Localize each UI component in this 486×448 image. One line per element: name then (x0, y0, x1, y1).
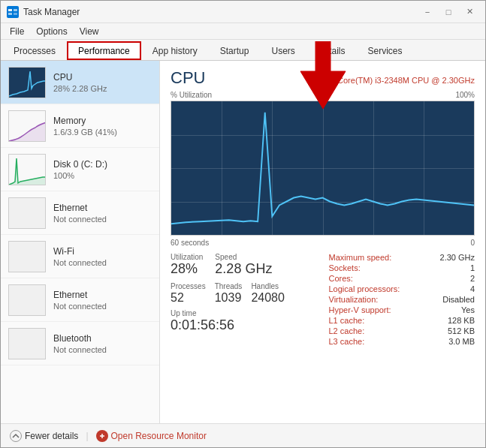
tab-startup[interactable]: Startup (209, 42, 261, 60)
speed-stat: Speed 2.28 GHz (215, 253, 272, 278)
sidebar-item-ethernet2[interactable]: Ethernet Not connected (1, 278, 159, 322)
fewer-details-label: Fewer details (25, 431, 78, 441)
menu-view[interactable]: View (74, 25, 105, 38)
cores-label: Cores: (329, 274, 353, 283)
wifi-sidebar-value: Not connected (53, 258, 152, 267)
resource-monitor-icon (96, 430, 108, 442)
left-stats: Utilization 28% Speed 2.28 GHz Processes (171, 253, 317, 416)
graph-time-labels: 60 seconds 0 (171, 239, 475, 247)
l3-label: L3 cache: (329, 337, 365, 346)
sidebar-item-memory[interactable]: Memory 1.6/3.9 GB (41%) (1, 104, 159, 148)
l1-label: L1 cache: (329, 316, 365, 325)
tab-services[interactable]: Services (357, 42, 414, 60)
handles-stat-value: 24080 (251, 290, 285, 305)
sockets-row: Sockets: 1 (329, 263, 475, 272)
menu-file[interactable]: File (4, 25, 30, 38)
hyperv-row: Hyper-V support: Yes (329, 305, 475, 314)
cpu-graph-line (171, 101, 474, 235)
handles-stat: Handles 24080 (251, 282, 285, 305)
fewer-details-icon (10, 430, 22, 442)
logical-processors-row: Logical processors: 4 (329, 284, 475, 293)
utilization-label: % Utilization (171, 91, 212, 99)
handles-stat-label: Handles (251, 282, 285, 290)
disk-thumbnail (8, 154, 46, 185)
l2-value: 512 KB (448, 326, 475, 335)
wifi-sidebar-name: Wi-Fi (53, 246, 152, 257)
sidebar-item-wifi[interactable]: Wi-Fi Not connected (1, 235, 159, 278)
fewer-details-button[interactable]: Fewer details (10, 430, 78, 442)
right-stats: Maximum speed: 2.30 GHz Sockets: 1 Cores… (329, 253, 475, 416)
sidebar: CPU 28% 2.28 GHz (1, 61, 160, 423)
sidebar-item-ethernet1[interactable]: Ethernet Not connected (1, 191, 159, 235)
menu-options[interactable]: Options (30, 25, 73, 38)
max-speed-label: Maximum speed: (329, 253, 392, 262)
sidebar-item-cpu[interactable]: CPU 28% 2.28 GHz (1, 61, 159, 104)
ethernet1-sidebar-info: Ethernet Not connected (53, 203, 152, 224)
stats-area: Utilization 28% Speed 2.28 GHz Processes (171, 253, 475, 416)
sidebar-item-bluetooth[interactable]: Bluetooth Not connected (1, 322, 159, 365)
close-button[interactable]: ✕ (460, 5, 479, 20)
memory-sidebar-value: 1.6/3.9 GB (41%) (53, 128, 152, 137)
svg-rect-5 (14, 13, 17, 15)
title-bar: Task Manager − □ ✕ (1, 1, 485, 23)
speed-stat-label: Speed (215, 253, 272, 261)
l1-row: L1 cache: 128 KB (329, 316, 475, 325)
hyperv-value: Yes (461, 305, 475, 314)
ethernet1-sidebar-value: Not connected (53, 215, 152, 224)
memory-sidebar-info: Memory 1.6/3.9 GB (41%) (53, 116, 152, 137)
restore-button[interactable]: □ (439, 5, 458, 20)
window-controls: − □ ✕ (418, 5, 479, 20)
tab-app-history[interactable]: App history (141, 42, 209, 60)
cpu-sidebar-value: 28% 2.28 GHz (53, 84, 152, 93)
cpu-panel-title: CPU (171, 68, 205, 88)
disk-sidebar-name: Disk 0 (C: D:) (53, 159, 152, 170)
processes-stat: Processes 52 (171, 282, 206, 305)
ethernet1-sidebar-name: Ethernet (53, 203, 152, 213)
bluetooth-sidebar-info: Bluetooth Not connected (53, 333, 152, 354)
tab-processes[interactable]: Processes (2, 42, 67, 60)
cpu-model-text: Intel(R) Core(TM) i3-2348M CPU @ 2.30GHz (308, 76, 475, 85)
utilization-stat-label: Utilization (171, 253, 203, 261)
sockets-value: 1 (470, 263, 475, 272)
bottom-bar: Fewer details | Open Resource Monitor (1, 423, 485, 447)
l2-label: L2 cache: (329, 326, 365, 335)
tab-details[interactable]: Details (306, 42, 357, 60)
tab-performance[interactable]: Performance (67, 41, 141, 60)
virtualization-row: Virtualization: Disabled (329, 295, 475, 304)
ethernet1-thumbnail (8, 197, 46, 229)
processes-stat-value: 52 (171, 290, 206, 305)
l3-value: 3.0 MB (448, 337, 475, 346)
svg-rect-1 (7, 6, 19, 18)
cpu-sidebar-info: CPU 28% 2.28 GHz (53, 72, 152, 93)
threads-stat: Threads 1039 (215, 282, 243, 305)
graph-top-labels: % Utilization 100% (171, 91, 475, 99)
menu-bar: File Options View (1, 23, 485, 40)
logical-processors-label: Logical processors: (329, 284, 400, 293)
svg-rect-4 (8, 13, 12, 15)
cpu-sidebar-name: CPU (53, 72, 152, 83)
bluetooth-sidebar-name: Bluetooth (53, 333, 152, 344)
l1-value: 128 KB (448, 316, 475, 325)
ethernet2-sidebar-name: Ethernet (53, 290, 152, 300)
tab-users[interactable]: Users (260, 42, 306, 60)
bluetooth-thumbnail (8, 328, 46, 359)
bluetooth-sidebar-value: Not connected (53, 345, 152, 354)
ethernet2-sidebar-value: Not connected (53, 302, 152, 311)
window-title: Task Manager (23, 7, 418, 17)
processes-stat-label: Processes (171, 282, 206, 290)
wifi-thumbnail (8, 241, 46, 272)
open-resource-monitor-button[interactable]: Open Resource Monitor (96, 430, 207, 442)
tab-bar: Processes Performance App history Startu… (1, 40, 485, 61)
disk-sidebar-info: Disk 0 (C: D:) 100% (53, 159, 152, 180)
uptime-label: Up time (171, 309, 317, 317)
logical-processors-value: 4 (470, 284, 475, 293)
main-content: CPU 28% 2.28 GHz (1, 61, 485, 423)
sidebar-item-disk[interactable]: Disk 0 (C: D:) 100% (1, 148, 159, 191)
minimize-button[interactable]: − (418, 5, 437, 20)
utilization-stat: Utilization 28% (171, 253, 203, 278)
ethernet2-thumbnail (8, 284, 46, 316)
svg-rect-2 (8, 9, 12, 11)
max-label: 100% (455, 91, 475, 99)
cpu-header: CPU Intel(R) Core(TM) i3-2348M CPU @ 2.3… (171, 68, 475, 88)
disk-sidebar-value: 100% (53, 171, 152, 180)
